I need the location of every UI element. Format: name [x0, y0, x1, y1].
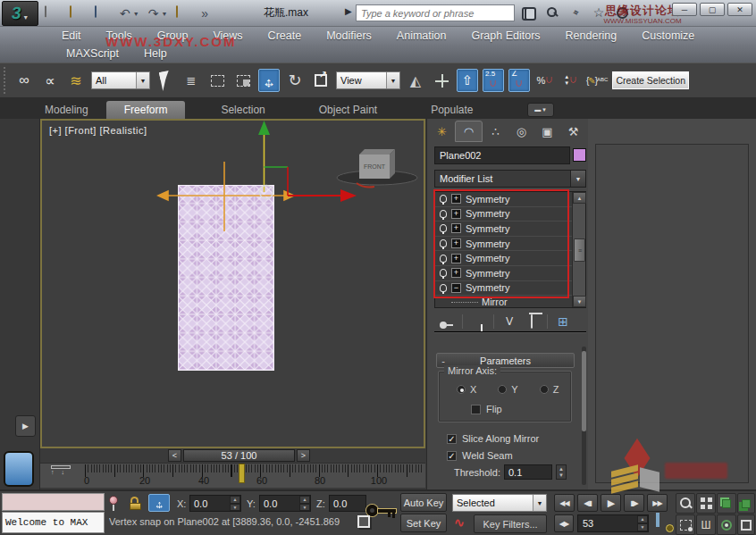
close-button[interactable]: ✕ [727, 3, 752, 16]
stack-item-symmetry[interactable]: + Symmetry [435, 251, 573, 266]
configure-modifier-sets-button[interactable]: ⊞ [556, 314, 570, 329]
auto-key-button[interactable]: Auto Key [400, 493, 447, 512]
unlink-selection-button[interactable]: ∝ [39, 69, 61, 92]
zoom-extents-button[interactable] [717, 493, 736, 514]
collapse-minus-icon[interactable]: − [451, 283, 461, 293]
previous-frame-button[interactable]: < [168, 449, 181, 462]
bulb-icon[interactable] [440, 224, 447, 232]
go-to-start-button[interactable]: ◀◀ [554, 494, 575, 512]
select-by-name-button[interactable]: ≣ [181, 69, 202, 92]
radio-axis-y[interactable]: Y [498, 384, 517, 395]
tab-motion[interactable]: ◎ [508, 121, 534, 142]
minimize-button[interactable]: ─ [672, 3, 697, 16]
selection-lock-toggle[interactable] [130, 497, 141, 510]
menu-help[interactable]: Help [131, 46, 180, 62]
frame-indicator[interactable]: 53 / 100 [183, 449, 295, 462]
stack-subitem-mirror[interactable]: Mirror [435, 296, 573, 308]
x-coordinate-field[interactable]: 0.0 ▲▼ [189, 495, 241, 512]
undo-button[interactable]: ↶ [120, 6, 130, 21]
remove-modifier-button[interactable] [525, 315, 539, 328]
scrollbar-thumb[interactable]: ≡ [574, 238, 585, 262]
tab-hierarchy[interactable]: ∴ [483, 121, 508, 142]
spinner-snap-toggle[interactable]: ▲▼∩ [560, 69, 582, 92]
named-selection-sets-button[interactable]: {✎}ABC [586, 69, 608, 92]
select-and-rotate-button[interactable]: ↻ [284, 69, 306, 92]
search-button[interactable] [518, 4, 540, 21]
infocenter-search[interactable] [356, 4, 515, 21]
search-expand-arrow[interactable]: ▶ [345, 6, 352, 16]
zoom-region-button[interactable] [676, 514, 695, 535]
stack-item-symmetry[interactable]: + Symmetry [435, 266, 573, 281]
menu-group[interactable]: Group [145, 28, 201, 44]
snap-toggle-25[interactable]: 2.5∩ [483, 69, 504, 92]
bulb-icon[interactable] [440, 269, 447, 277]
expand-panel-button[interactable]: ▶ [15, 415, 36, 437]
stack-item-symmetry[interactable]: + Symmetry [435, 192, 573, 207]
tab-populate[interactable]: Populate [413, 101, 491, 119]
orbit-button[interactable] [717, 514, 736, 535]
redo-dropdown[interactable]: ▼ [161, 11, 167, 17]
bulb-icon[interactable] [440, 195, 447, 203]
percent-snap-toggle[interactable]: %∩ [534, 69, 556, 92]
default-tangent-curve-icon[interactable]: ∿ [454, 515, 465, 530]
undo-dropdown[interactable]: ▼ [133, 11, 139, 17]
menu-rendering[interactable]: Rendering [553, 28, 630, 44]
key-mode-toggle[interactable]: ◀▶ [554, 514, 574, 532]
rectangular-selection-region-button[interactable] [206, 69, 228, 92]
reference-coordinate-dropdown[interactable]: View▼ [336, 71, 400, 89]
threshold-field[interactable]: 0.1 [504, 464, 552, 480]
stack-item-symmetry[interactable]: + Symmetry [435, 222, 573, 237]
previous-frame-button[interactable]: ◀▮ [577, 494, 598, 512]
scroll-down-icon[interactable]: ▼ [573, 296, 586, 307]
maximize-viewport-toggle[interactable] [737, 514, 755, 535]
absolute-mode-toggle[interactable] [148, 494, 170, 512]
viewport-front[interactable]: [+] [Front] [Realistic] [40, 119, 425, 448]
set-key-button[interactable]: Set Key [400, 514, 447, 532]
tab-freeform[interactable]: Freeform [106, 101, 186, 119]
y-coordinate-field[interactable]: 0.0 ▲▼ [259, 495, 311, 512]
toolbar-handle[interactable] [4, 67, 7, 94]
x-spinner[interactable]: ▲▼ [230, 496, 240, 511]
transform-gizmo[interactable]: FRONT [42, 121, 424, 447]
weld-seam-checkbox[interactable]: ✓ Weld Seam [447, 450, 513, 461]
select-object-button[interactable] [155, 69, 176, 92]
save-file-button[interactable] [95, 6, 111, 21]
radio-axis-z[interactable]: Z [540, 384, 559, 395]
tab-modeling[interactable]: Modeling [27, 101, 106, 119]
ribbon-minimize-dropdown[interactable]: ▬ ▾ [527, 103, 554, 117]
tab-modify[interactable]: ◠ [455, 121, 483, 142]
track-bar[interactable]: 0 20 40 60 80 100 [40, 463, 425, 488]
zoom-button[interactable] [676, 493, 695, 514]
command-panel-scrollbar[interactable] [582, 347, 586, 485]
tab-display[interactable]: ▣ [534, 121, 560, 142]
modifier-list-dropdown[interactable]: Modifier List ▼ [434, 170, 586, 188]
tab-create[interactable]: ✳ [429, 121, 455, 142]
next-frame-button[interactable]: > [297, 449, 310, 462]
zoom-all-button[interactable] [696, 493, 716, 514]
mini-curve-editor-button[interactable]: ↑ ↓ [51, 465, 71, 481]
stack-item-symmetry[interactable]: − Symmetry [435, 281, 573, 297]
toolbar-overflow-button[interactable]: » [201, 6, 208, 21]
selection-filter-dropdown[interactable]: All▼ [91, 71, 150, 89]
subscription-button[interactable] [542, 4, 563, 21]
select-and-link-button[interactable]: ∞ [13, 69, 35, 92]
bulb-icon[interactable] [440, 284, 447, 292]
mirror-button[interactable]: ◭ [405, 69, 426, 92]
communication-center-button[interactable]: ⌖ [565, 4, 586, 21]
key-selection-dropdown[interactable]: Selected ▼ [452, 494, 547, 512]
bulb-icon[interactable] [440, 239, 447, 247]
menu-views[interactable]: Views [200, 28, 255, 44]
menu-modifiers[interactable]: Modifiers [314, 28, 384, 44]
tab-selection[interactable]: Selection [203, 101, 282, 119]
bulb-icon[interactable] [440, 255, 447, 263]
stack-scrollbar[interactable]: ▲ ≡ ▼ [572, 192, 585, 307]
isolate-selection-icon[interactable] [357, 515, 370, 528]
make-unique-button[interactable]: Ⅴ [502, 315, 517, 328]
stack-item-symmetry[interactable]: + Symmetry [435, 207, 573, 222]
zoom-extents-all-button[interactable] [737, 493, 755, 514]
key-filters-button[interactable]: Key Filters... [474, 514, 547, 533]
time-marker[interactable] [239, 464, 245, 483]
maxscript-mini-listener[interactable]: Welcome to MAX [2, 512, 105, 533]
redo-button[interactable]: ↷ [148, 6, 159, 21]
current-frame-field[interactable]: 53 ▲▼ [577, 514, 649, 532]
